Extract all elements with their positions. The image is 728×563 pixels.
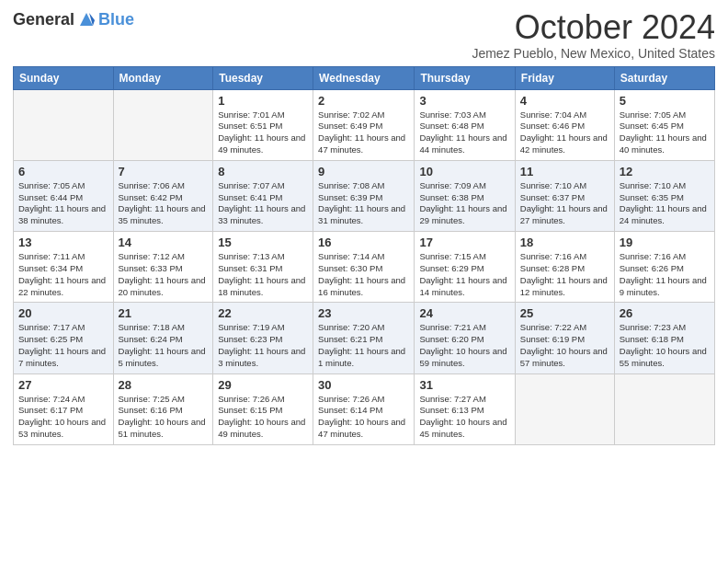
calendar-week-row: 27Sunrise: 7:24 AMSunset: 6:17 PMDayligh… [14, 373, 715, 444]
day-number: 5 [620, 94, 710, 108]
day-number: 31 [419, 378, 509, 392]
calendar-header-row: SundayMondayTuesdayWednesdayThursdayFrid… [14, 66, 715, 89]
day-number: 6 [18, 165, 108, 178]
day-number: 9 [318, 165, 409, 178]
cell-content: Sunrise: 7:19 AMSunset: 6:23 PMDaylight:… [218, 322, 308, 369]
cell-content: Sunrise: 7:05 AMSunset: 6:45 PMDaylight:… [620, 109, 710, 156]
logo: General Blue [13, 9, 134, 29]
cell-content: Sunrise: 7:16 AMSunset: 6:28 PMDaylight:… [520, 251, 609, 298]
calendar-cell: 26Sunrise: 7:23 AMSunset: 6:18 PMDayligh… [614, 303, 714, 373]
calendar: SundayMondayTuesdayWednesdayThursdayFrid… [13, 66, 715, 445]
cell-content: Sunrise: 7:09 AMSunset: 6:38 PMDaylight:… [419, 180, 509, 227]
day-number: 4 [520, 94, 609, 108]
day-number: 10 [419, 165, 509, 178]
calendar-cell: 25Sunrise: 7:22 AMSunset: 6:19 PMDayligh… [515, 303, 614, 373]
cell-content: Sunrise: 7:14 AMSunset: 6:30 PMDaylight:… [318, 251, 409, 298]
calendar-cell: 13Sunrise: 7:11 AMSunset: 6:34 PMDayligh… [14, 232, 114, 303]
logo-icon [76, 9, 97, 29]
month-title: October 2024 [472, 9, 715, 46]
calendar-cell: 28Sunrise: 7:25 AMSunset: 6:16 PMDayligh… [113, 373, 213, 444]
day-number: 7 [119, 165, 209, 178]
calendar-cell: 10Sunrise: 7:09 AMSunset: 6:38 PMDayligh… [415, 160, 515, 231]
cell-content: Sunrise: 7:13 AMSunset: 6:31 PMDaylight:… [218, 251, 308, 298]
day-number: 11 [520, 165, 609, 178]
weekday-header-friday: Friday [515, 66, 614, 89]
day-number: 24 [419, 306, 509, 320]
calendar-cell: 7Sunrise: 7:06 AMSunset: 6:42 PMDaylight… [113, 160, 213, 231]
day-number: 28 [119, 378, 209, 392]
day-number: 19 [620, 236, 710, 249]
day-number: 20 [18, 306, 108, 320]
cell-content: Sunrise: 7:22 AMSunset: 6:19 PMDaylight:… [520, 322, 609, 369]
cell-content: Sunrise: 7:10 AMSunset: 6:35 PMDaylight:… [620, 180, 710, 227]
day-number: 8 [218, 165, 308, 178]
weekday-header-monday: Monday [113, 66, 213, 89]
calendar-cell: 24Sunrise: 7:21 AMSunset: 6:20 PMDayligh… [415, 303, 515, 373]
calendar-week-row: 1Sunrise: 7:01 AMSunset: 6:51 PMDaylight… [14, 89, 715, 160]
cell-content: Sunrise: 7:02 AMSunset: 6:49 PMDaylight:… [318, 109, 409, 156]
cell-content: Sunrise: 7:10 AMSunset: 6:37 PMDaylight:… [520, 180, 609, 227]
logo-blue: Blue [98, 10, 134, 29]
weekday-header-saturday: Saturday [614, 66, 714, 89]
calendar-cell: 15Sunrise: 7:13 AMSunset: 6:31 PMDayligh… [213, 232, 313, 303]
day-number: 16 [318, 236, 409, 249]
day-number: 18 [520, 236, 609, 249]
day-number: 3 [419, 94, 509, 108]
calendar-week-row: 13Sunrise: 7:11 AMSunset: 6:34 PMDayligh… [14, 232, 715, 303]
day-number: 21 [119, 306, 209, 320]
cell-content: Sunrise: 7:21 AMSunset: 6:20 PMDaylight:… [419, 322, 509, 369]
calendar-cell: 6Sunrise: 7:05 AMSunset: 6:44 PMDaylight… [14, 160, 114, 231]
calendar-cell: 11Sunrise: 7:10 AMSunset: 6:37 PMDayligh… [515, 160, 614, 231]
day-number: 23 [318, 306, 409, 320]
title-area: October 2024 Jemez Pueblo, New Mexico, U… [472, 9, 715, 61]
weekday-header-sunday: Sunday [14, 66, 114, 89]
calendar-week-row: 6Sunrise: 7:05 AMSunset: 6:44 PMDaylight… [14, 160, 715, 231]
cell-content: Sunrise: 7:23 AMSunset: 6:18 PMDaylight:… [620, 322, 710, 369]
weekday-header-thursday: Thursday [415, 66, 515, 89]
calendar-cell: 23Sunrise: 7:20 AMSunset: 6:21 PMDayligh… [313, 303, 415, 373]
calendar-cell: 20Sunrise: 7:17 AMSunset: 6:25 PMDayligh… [14, 303, 114, 373]
day-number: 26 [620, 306, 710, 320]
weekday-header-tuesday: Tuesday [213, 66, 313, 89]
cell-content: Sunrise: 7:18 AMSunset: 6:24 PMDaylight:… [119, 322, 209, 369]
calendar-cell: 3Sunrise: 7:03 AMSunset: 6:48 PMDaylight… [415, 89, 515, 160]
day-number: 30 [318, 378, 409, 392]
cell-content: Sunrise: 7:12 AMSunset: 6:33 PMDaylight:… [119, 251, 209, 298]
calendar-cell: 12Sunrise: 7:10 AMSunset: 6:35 PMDayligh… [614, 160, 714, 231]
cell-content: Sunrise: 7:04 AMSunset: 6:46 PMDaylight:… [520, 109, 609, 156]
calendar-cell: 16Sunrise: 7:14 AMSunset: 6:30 PMDayligh… [313, 232, 415, 303]
day-number: 12 [620, 165, 710, 178]
day-number: 29 [218, 378, 308, 392]
logo-area: General Blue [13, 9, 134, 29]
day-number: 25 [520, 306, 609, 320]
calendar-cell: 1Sunrise: 7:01 AMSunset: 6:51 PMDaylight… [213, 89, 313, 160]
header: General Blue October 2024 Jemez Pueblo, … [13, 9, 715, 61]
calendar-cell: 2Sunrise: 7:02 AMSunset: 6:49 PMDaylight… [313, 89, 415, 160]
calendar-cell: 14Sunrise: 7:12 AMSunset: 6:33 PMDayligh… [113, 232, 213, 303]
day-number: 14 [119, 236, 209, 249]
calendar-cell [515, 373, 614, 444]
calendar-cell: 19Sunrise: 7:16 AMSunset: 6:26 PMDayligh… [614, 232, 714, 303]
calendar-cell: 31Sunrise: 7:27 AMSunset: 6:13 PMDayligh… [415, 373, 515, 444]
page: General Blue October 2024 Jemez Pueblo, … [0, 0, 728, 563]
day-number: 17 [419, 236, 509, 249]
cell-content: Sunrise: 7:08 AMSunset: 6:39 PMDaylight:… [318, 180, 409, 227]
cell-content: Sunrise: 7:01 AMSunset: 6:51 PMDaylight:… [218, 109, 308, 156]
calendar-cell: 5Sunrise: 7:05 AMSunset: 6:45 PMDaylight… [614, 89, 714, 160]
calendar-week-row: 20Sunrise: 7:17 AMSunset: 6:25 PMDayligh… [14, 303, 715, 373]
cell-content: Sunrise: 7:27 AMSunset: 6:13 PMDaylight:… [419, 394, 509, 441]
day-number: 1 [218, 94, 308, 108]
cell-content: Sunrise: 7:17 AMSunset: 6:25 PMDaylight:… [18, 322, 108, 369]
day-number: 22 [218, 306, 308, 320]
cell-content: Sunrise: 7:11 AMSunset: 6:34 PMDaylight:… [18, 251, 108, 298]
day-number: 13 [18, 236, 108, 249]
calendar-cell [14, 89, 114, 160]
day-number: 27 [18, 378, 108, 392]
cell-content: Sunrise: 7:20 AMSunset: 6:21 PMDaylight:… [318, 322, 409, 369]
calendar-cell: 21Sunrise: 7:18 AMSunset: 6:24 PMDayligh… [113, 303, 213, 373]
cell-content: Sunrise: 7:16 AMSunset: 6:26 PMDaylight:… [620, 251, 710, 298]
calendar-cell: 27Sunrise: 7:24 AMSunset: 6:17 PMDayligh… [14, 373, 114, 444]
calendar-cell: 17Sunrise: 7:15 AMSunset: 6:29 PMDayligh… [415, 232, 515, 303]
calendar-cell: 30Sunrise: 7:26 AMSunset: 6:14 PMDayligh… [313, 373, 415, 444]
logo-general: General [13, 10, 74, 29]
